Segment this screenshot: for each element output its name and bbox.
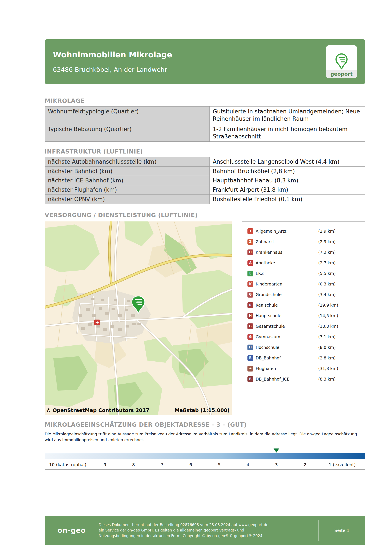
poi-icon: B: [247, 355, 253, 361]
legend-item: ✈ Flughafen (31,8 km): [242, 363, 365, 374]
map-container: © OpenStreetMap Contributors 2017 Maßsta…: [45, 221, 232, 415]
row-label: Typische Bebauung (Quartier): [45, 124, 210, 142]
rating-scale-box: 10 (katastrophal)987654321 (exzellent): [45, 453, 365, 470]
page-title: Wohnimmobilien Mikrolage: [53, 50, 172, 59]
legend-item: H Hochschule (8,0 km): [242, 342, 365, 353]
row-value: Gutsituierte in stadtnahen Umlandgemeind…: [210, 107, 365, 124]
table-row: Typische Bebauung (Quartier) 1-2 Familie…: [45, 124, 365, 142]
poi-name: Realschule: [256, 303, 278, 307]
address-subtitle: 63486 Bruchköbel, An der Landwehr: [53, 66, 172, 73]
poi-name: DB_Bahnhof_ICE: [256, 377, 289, 381]
legend-item: H Krankenhaus (7,2 km): [242, 247, 365, 258]
row-value: Hauptbahnhof Hanau (8,3 km): [210, 176, 365, 185]
ongeo-logo: on-geo: [45, 526, 99, 534]
row-label: nächster Bahnhof (km): [45, 167, 210, 176]
poi-name: Gesamtschule: [256, 324, 285, 329]
poi-legend: ✚ Allgemein_Arzt (2,9 km) Z Zahnarzt (2,…: [242, 221, 365, 388]
poi-distance: (14,5 km): [318, 313, 338, 318]
poi-name: Flughafen: [256, 366, 276, 371]
poi-icon: A: [247, 260, 253, 266]
map-image: [45, 221, 232, 415]
poi-distance: (2,8 km): [318, 356, 336, 360]
row-label: Wohnumfeldtypologie (Quartier): [45, 107, 210, 124]
legend-item: K Kindergarten (0,3 km): [242, 279, 365, 289]
rating-gradient-bar: [45, 453, 365, 459]
poi-icon: H: [247, 313, 253, 319]
poi-distance: (2,9 km): [318, 229, 336, 234]
poi-icon: H: [247, 249, 253, 255]
geoport-logo-text: geoport: [326, 70, 357, 78]
poi-distance: (5,5 km): [318, 271, 336, 276]
scale-label: 6: [177, 462, 205, 467]
poi-icon: B: [247, 376, 253, 382]
map-attribution-row: © OpenStreetMap Contributors 2017 Maßsta…: [46, 408, 229, 413]
scale-label: 7: [148, 462, 177, 467]
poi-name: Apotheke: [256, 261, 275, 265]
assessment-heading: MIKROLAGEEINSCHÄTZUNG DER OBJEKTADRESSE …: [45, 421, 365, 428]
row-value: 1-2 Familienhäuser in nicht homogen beba…: [210, 124, 365, 142]
geoport-logo: geoport: [326, 45, 357, 78]
poi-distance: (8,3 km): [318, 377, 336, 381]
poi-name: Hauptschule: [256, 313, 281, 318]
poi-name: DB_Bahnhof: [256, 356, 281, 360]
versorgung-heading: VERSORGUNG / DIENSTLEISTUNG (LUFTLINIE): [45, 212, 365, 219]
report-header: Wohnimmobilien Mikrolage 63486 Bruchköbe…: [45, 39, 365, 84]
infrastruktur-table: nächste Autobahnanschlussstelle (km) Ans…: [45, 157, 365, 204]
versorgung-row: © OpenStreetMap Contributors 2017 Maßsta…: [45, 221, 365, 415]
row-label: nächster ICE-Bahnhof (km): [45, 176, 210, 185]
poi-distance: (3,4 km): [318, 292, 336, 297]
row-label: nächste Autobahnanschlussstelle (km): [45, 157, 210, 167]
town-poi-icon: [94, 320, 100, 325]
poi-icon: ✈: [247, 366, 253, 372]
header-text: Wohnimmobilien Mikrolage 63486 Bruchköbe…: [53, 50, 172, 73]
poi-name: EKZ: [256, 271, 264, 276]
mikrolage-heading: MIKROLAGE: [45, 97, 365, 104]
row-label: nächster Flughafen (km): [45, 185, 210, 195]
scale-label: 1 (exzellent): [319, 462, 365, 467]
legend-item: G Gesamtschule (13,3 km): [242, 321, 365, 332]
geoport-pin-icon: [334, 53, 349, 69]
row-value: Frankfurt Airport (31,8 km): [210, 185, 365, 195]
poi-name: Zahnarzt: [256, 239, 274, 244]
legend-item: A Apotheke (2,7 km): [242, 258, 365, 268]
row-value: Anschlussstelle Langenselbold-West (4,4 …: [210, 157, 365, 167]
poi-icon: G: [247, 323, 253, 329]
poi-icon: G: [247, 334, 253, 340]
row-value: Bushaltestelle Friedhof (0,1 km): [210, 195, 365, 204]
scale-label: 8: [119, 462, 148, 467]
report-page: Wohnimmobilien Mikrolage 63486 Bruchköbe…: [0, 0, 392, 555]
legend-item: E EKZ (5,5 km): [242, 268, 365, 279]
table-row: nächster Bahnhof (km) Bahnhof Bruchköbel…: [45, 167, 365, 176]
mikrolage-table: Wohnumfeldtypologie (Quartier) Gutsituie…: [45, 106, 365, 142]
poi-icon: ✚: [247, 228, 253, 234]
row-value: Bahnhof Bruchköbel (2,8 km): [210, 167, 365, 176]
rating-marker-icon: [274, 448, 279, 453]
poi-distance: (2,9 km): [318, 239, 336, 244]
poi-name: Kindergarten: [256, 282, 282, 286]
footer-page-number: Seite 1: [319, 528, 365, 533]
rating-scale-labels: 10 (katastrophal)987654321 (exzellent): [45, 459, 365, 469]
poi-distance: (2,7 km): [318, 261, 336, 265]
poi-distance: (7,2 km): [318, 250, 336, 255]
poi-distance: (0,3 km): [318, 282, 336, 286]
infrastruktur-heading: INFRASTRUKTUR (LUFTLINIE): [45, 148, 365, 155]
poi-name: Hochschule: [256, 345, 279, 350]
poi-name: Allgemein_Arzt: [256, 229, 287, 234]
table-row: nächster ICE-Bahnhof (km) Hauptbahnhof H…: [45, 176, 365, 185]
report-footer: on-geo Dieses Dokument beruht auf der Be…: [45, 516, 365, 545]
table-row: nächster Flughafen (km) Frankfurt Airpor…: [45, 185, 365, 195]
poi-name: Gymnasium: [256, 334, 280, 339]
poi-distance: (13,3 km): [318, 324, 338, 329]
legend-item: ✚ Allgemein_Arzt (2,9 km): [242, 226, 365, 237]
legend-item: G Gymnasium (3,1 km): [242, 332, 365, 342]
scale-label: 10 (katastrophal): [45, 462, 91, 467]
table-row: nächster ÖPNV (km) Bushaltestelle Friedh…: [45, 195, 365, 204]
legend-item: B DB_Bahnhof (2,8 km): [242, 353, 365, 363]
poi-icon: K: [247, 281, 253, 287]
rating-scale: 10 (katastrophal)987654321 (exzellent): [45, 447, 365, 470]
scale-label: 3: [262, 462, 291, 467]
poi-distance: (19,9 km): [318, 303, 338, 307]
poi-name: Krankenhaus: [256, 250, 282, 255]
legend-item: Z Zahnarzt (2,9 km): [242, 237, 365, 247]
legend-item: B DB_Bahnhof_ICE (8,3 km): [242, 374, 365, 384]
